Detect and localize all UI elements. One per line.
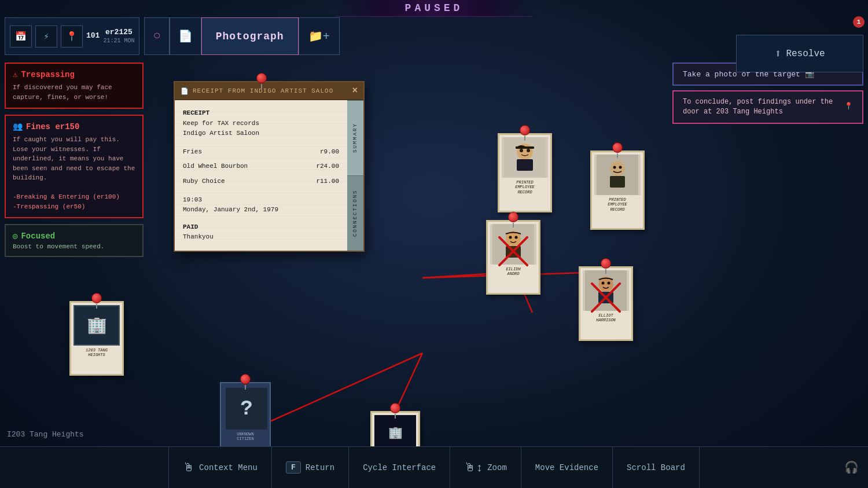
trespassing-title: ⚠ Trespassing [13,69,135,79]
tang-heights-photo: 🏢 1203 TANGHEIGHTS [69,301,124,376]
receipt-titlebar: 📄 RECEIPT FROM INDIGO ARTIST SALOO × [175,82,363,100]
move-evidence-btn[interactable]: Move Evidence [521,447,613,489]
tang-heights-pushpin [90,293,103,306]
elliot-pushpin [599,258,612,271]
receipt-item-ruby: Ruby Choice r11.00 [183,177,339,187]
employee-record-2[interactable]: PRINTEDEMPLOYEERECORD [590,151,645,230]
receipt-pushpin [255,73,268,86]
svg-point-14 [610,161,625,176]
location-icon: 📍 [61,25,83,47]
fines-card: 👥 Fines er150 If caught you will pay thi… [5,115,144,218]
steps-value: 101 [86,31,100,41]
record2-pushpin [611,142,624,155]
svg-rect-9 [517,159,533,171]
scroll-board-label: Scroll Board [627,463,685,472]
svg-rect-12 [516,146,534,149]
record2-photo: PRINTEDEMPLOYEERECORD [590,151,645,230]
dna-icon: ⚡ [35,25,57,47]
receipt-window: 📄 RECEIPT FROM INDIGO ARTIST SALOO × REC… [174,81,365,252]
bottom-bar: 🖱 Context Menu F Return Cycle Interface … [0,446,868,488]
scroll-icon: 🖱↕ [464,461,483,475]
f-key: F [286,461,301,474]
paused-banner: PAUSED [336,0,533,17]
zoom-label: Zoom [487,463,507,472]
context-menu-btn[interactable]: 🖱 Context Menu [168,447,272,489]
receipt-paper: RECEIPT Keep for TAX records Indigo Arti… [175,100,347,251]
resolve-label: Resolve [786,49,825,59]
svg-point-16 [613,166,616,169]
evidence-board: 📄 RECEIPT FROM INDIGO ARTIST SALOO × REC… [139,58,665,442]
trespassing-card: ⚠ Trespassing If discovered you may face… [5,63,144,109]
employee-record-1[interactable]: PRINTEDEMPLOYEERECORD [498,133,552,212]
folder-btn[interactable]: 📁+ [299,17,340,55]
elliot-card[interactable]: ELLIOTHARRISON [579,266,633,341]
svg-point-10 [520,149,523,152]
zoom-btn[interactable]: 🖱↕ Zoom [450,447,521,489]
left-panel: ⚠ Trespassing If discovered you may face… [5,63,144,257]
calendar-icon: 📅 [10,25,32,47]
photograph-label: Photograph [216,31,284,42]
record1-img [502,137,548,178]
fines-title: 👥 Fines er150 [13,122,135,131]
face-svg-1 [504,137,546,178]
receipt-item-fries: Fries r9.00 [183,147,339,157]
headphones-icon: 🎧 [844,460,859,475]
sync-pushpin [389,403,402,416]
elliot-photo: ELLIOTHARRISON [579,266,633,341]
move-evidence-label: Move Evidence [535,463,598,472]
focused-body: Boost to movement speed. [13,243,135,250]
sync-img: 🏢 [374,415,416,450]
circle-tool-btn[interactable]: ○ [144,17,169,55]
trespassing-body: If discovered you may face capture, fine… [13,83,135,102]
focused-title: ◎ Focused [13,231,135,241]
connections-tab[interactable]: CONNECTIONS [347,175,363,251]
mouse-icon: 🖱 [183,461,194,475]
receipt-title: 📄 RECEIPT FROM INDIGO ARTIST SALOO [181,87,333,95]
svg-point-17 [619,166,622,169]
receipt-close-btn[interactable]: × [352,86,358,96]
eilidh-card[interactable]: EILIDHANDRO [486,220,540,295]
photograph-tool-btn[interactable]: Photograph [201,17,299,55]
cycle-interface-label: Cycle Interface [363,463,436,472]
unknown-label: UNKNOWNCITIZEN [226,432,265,441]
record1-photo: PRINTEDEMPLOYEERECORD [498,133,552,212]
receipt-tabs: SUMMARY CONNECTIONS [347,100,363,251]
post-findings-button[interactable]: To conclude, post findings under the doo… [672,90,863,124]
receipt-item-bourbon: Old Wheel Bourbon r24.00 [183,162,339,172]
resolve-button[interactable]: ⬆ Resolve [736,35,863,72]
tang-heights-card[interactable]: 🏢 1203 TANGHEIGHTS [69,301,124,376]
face-svg-2 [597,155,638,195]
unknown-citizen-card[interactable]: ? UNKNOWNCITIZEN [220,382,271,452]
eilidh-photo: EILIDHANDRO [486,220,540,295]
return-btn[interactable]: F Return [272,447,349,489]
top-bar: 📅 ⚡ 📍 101 er2125 21:21 MON ○ 📄 Photograp… [0,17,868,55]
tang-heights-img: 🏢 [73,305,120,346]
eilidh-pushpin [507,212,520,225]
location-label: I203 Tang Heights [7,430,84,439]
paused-label: PAUSED [405,2,464,14]
document-tool-btn[interactable]: 📄 [170,17,201,55]
scroll-board-btn[interactable]: Scroll Board [613,447,700,489]
focused-card: ◎ Focused Boost to movement speed. [5,224,144,257]
cycle-interface-btn[interactable]: Cycle Interface [349,447,450,489]
context-menu-label: Context Menu [199,463,258,472]
record1-pushpin [518,125,531,138]
return-label: Return [306,463,334,472]
post-findings-label: To conclude, post findings under the doo… [683,97,840,117]
eilidh-x-mark [490,224,536,279]
fines-body: If caught you will pay this. Lose your w… [13,135,135,211]
record2-img [594,155,641,195]
elliot-x-mark [583,270,629,325]
notification-badge: 1 [853,16,865,28]
unknown-citizen-photo: ? UNKNOWNCITIZEN [220,382,271,452]
resolve-icon: ⬆ [774,46,781,61]
summary-tab[interactable]: SUMMARY [347,100,363,175]
svg-rect-15 [610,176,625,188]
stats-panel: 📅 ⚡ 📍 101 er2125 21:21 MON [5,17,139,55]
credits-value: er2125 21:21 MON [103,28,134,45]
svg-point-11 [527,149,530,152]
unknown-pushpin [239,374,252,387]
receipt-content: RECEIPT Keep for TAX records Indigo Arti… [175,100,363,251]
unknown-icon: ? [226,388,267,430]
